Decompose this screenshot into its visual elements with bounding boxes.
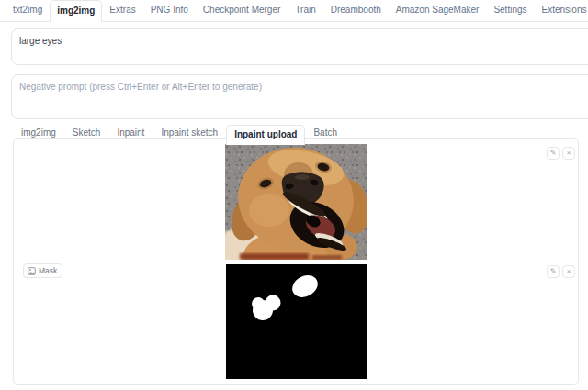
- tab-extras[interactable]: Extras: [102, 0, 142, 21]
- stable-diffusion-webui: txt2img img2img Extras PNG Info Checkpoi…: [0, 0, 588, 390]
- mask-label-badge: Mask: [23, 263, 62, 278]
- tab-extensions[interactable]: Extensions: [535, 0, 588, 21]
- subtab-inpaint-sketch[interactable]: Inpaint sketch: [153, 123, 226, 143]
- subtab-img2img[interactable]: img2img: [13, 123, 64, 143]
- edit-image-button[interactable]: ✎: [547, 265, 560, 278]
- mask-label: Mask: [39, 266, 57, 275]
- base-image: [225, 144, 368, 260]
- close-icon: ×: [567, 268, 571, 275]
- tab-dreambooth[interactable]: Dreambooth: [323, 0, 389, 21]
- img2img-mode-tabbar: img2img Sketch Inpaint Inpaint sketch In…: [13, 123, 345, 143]
- clear-image-button[interactable]: ×: [562, 265, 575, 278]
- main-tabbar: txt2img img2img Extras PNG Info Checkpoi…: [0, 0, 588, 22]
- tab-img2img[interactable]: img2img: [50, 0, 102, 22]
- prompt-input[interactable]: large eyes: [11, 28, 588, 65]
- subtab-sketch[interactable]: Sketch: [64, 123, 109, 143]
- image-icon: [28, 267, 36, 275]
- pencil-icon: ✎: [550, 150, 557, 157]
- pencil-icon: ✎: [550, 268, 557, 275]
- subtab-inpaint[interactable]: Inpaint: [108, 123, 153, 143]
- tab-train[interactable]: Train: [288, 0, 322, 21]
- base-image-toolbar: ✎ ×: [547, 147, 575, 160]
- subtab-batch[interactable]: Batch: [305, 123, 345, 143]
- tab-checkpoint-merger[interactable]: Checkpoint Merger: [196, 0, 288, 21]
- base-image-upload[interactable]: [225, 144, 368, 260]
- mask-image: [226, 264, 367, 379]
- inpaint-upload-panel: ✎ × Mask: [13, 138, 579, 385]
- mask-image-toolbar: ✎ ×: [547, 265, 575, 278]
- tab-amazon-sagemaker[interactable]: Amazon SageMaker: [389, 0, 487, 21]
- tab-settings[interactable]: Settings: [486, 0, 534, 21]
- mask-image-upload[interactable]: [226, 264, 367, 379]
- negative-prompt-input[interactable]: [11, 74, 588, 119]
- edit-image-button[interactable]: ✎: [547, 147, 560, 160]
- tab-png-info[interactable]: PNG Info: [143, 0, 196, 21]
- clear-image-button[interactable]: ×: [562, 147, 575, 160]
- subtab-inpaint-upload[interactable]: Inpaint upload: [226, 125, 305, 145]
- tab-txt2img[interactable]: txt2img: [6, 0, 50, 21]
- close-icon: ×: [567, 150, 571, 157]
